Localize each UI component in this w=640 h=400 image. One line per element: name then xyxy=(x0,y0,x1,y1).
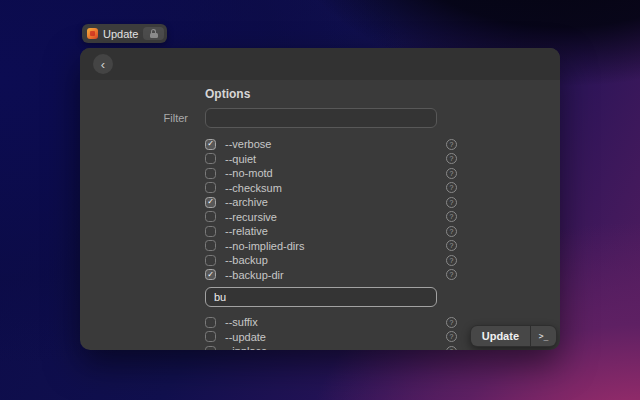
command-form-window: ‹ Options Filter --verbose ? --quiet ? xyxy=(80,48,560,350)
option-row: --quiet ? xyxy=(205,152,457,167)
option-label: --inplace xyxy=(225,345,446,350)
checkbox[interactable] xyxy=(205,255,216,266)
checkbox[interactable] xyxy=(205,139,216,150)
option-row: --verbose ? xyxy=(205,137,457,152)
checkbox[interactable] xyxy=(205,197,216,208)
option-row: --backup-dir ? xyxy=(205,268,457,283)
help-icon[interactable]: ? xyxy=(446,226,457,237)
checkbox[interactable] xyxy=(205,182,216,193)
form-content: Options Filter --verbose ? --quiet ? xyxy=(80,88,560,350)
filter-label: Filter xyxy=(80,112,188,124)
help-icon[interactable]: ? xyxy=(446,269,457,280)
help-icon[interactable]: ? xyxy=(446,153,457,164)
option-row: --inplace ? xyxy=(205,344,457,350)
option-row: --no-implied-dirs ? xyxy=(205,239,457,254)
checkbox[interactable] xyxy=(205,317,216,328)
option-label: --update xyxy=(225,331,446,343)
help-icon[interactable]: ? xyxy=(446,211,457,222)
back-button[interactable]: ‹ xyxy=(93,54,113,74)
checkbox[interactable] xyxy=(205,346,216,350)
option-label: --recursive xyxy=(225,211,446,223)
help-icon[interactable]: ? xyxy=(446,255,457,266)
option-row: --backup ? xyxy=(205,253,457,268)
option-label: --no-motd xyxy=(225,167,446,179)
checkbox[interactable] xyxy=(205,269,216,280)
backup-dir-value-row xyxy=(205,287,560,307)
option-label: --suffix xyxy=(225,316,446,328)
help-icon[interactable]: ? xyxy=(446,346,457,350)
option-label: --verbose xyxy=(225,138,446,150)
option-label: --archive xyxy=(225,196,446,208)
filter-input[interactable] xyxy=(205,108,437,128)
option-row: --no-motd ? xyxy=(205,166,457,181)
option-label: --checksum xyxy=(225,182,446,194)
options-list: --verbose ? --quiet ? --no-motd ? --chec… xyxy=(80,137,560,350)
command-tab[interactable]: Update xyxy=(82,24,167,43)
help-icon[interactable]: ? xyxy=(446,197,457,208)
terminal-icon[interactable]: >_ xyxy=(530,326,556,346)
script-app-icon xyxy=(87,28,98,39)
option-row: --recursive ? xyxy=(205,210,457,225)
option-label: --backup xyxy=(225,254,446,266)
option-row: --suffix ? xyxy=(205,315,457,330)
checkbox[interactable] xyxy=(205,153,216,164)
filter-row: Filter xyxy=(80,108,560,128)
option-row: --update ? xyxy=(205,330,457,345)
command-tab-label: Update xyxy=(103,28,138,40)
backup-dir-value-input[interactable] xyxy=(205,287,437,307)
help-icon[interactable]: ? xyxy=(446,168,457,179)
lock-chip xyxy=(143,27,164,40)
option-row: --archive ? xyxy=(205,195,457,210)
help-icon[interactable]: ? xyxy=(446,240,457,251)
lock-icon xyxy=(150,29,158,38)
option-label: --relative xyxy=(225,225,446,237)
submit-button-group: Update >_ xyxy=(470,325,557,347)
update-submit-button[interactable]: Update xyxy=(471,326,530,346)
option-label: --backup-dir xyxy=(225,269,446,281)
option-row: --relative ? xyxy=(205,224,457,239)
checkbox[interactable] xyxy=(205,226,216,237)
window-header: ‹ xyxy=(80,48,560,80)
option-label: --no-implied-dirs xyxy=(225,240,446,252)
help-icon[interactable]: ? xyxy=(446,182,457,193)
checkbox[interactable] xyxy=(205,331,216,342)
help-icon[interactable]: ? xyxy=(446,331,457,342)
checkbox[interactable] xyxy=(205,211,216,222)
help-icon[interactable]: ? xyxy=(446,317,457,328)
checkbox[interactable] xyxy=(205,240,216,251)
desktop-background: Update ‹ Options Filter --verbose ? xyxy=(0,0,640,400)
option-row: --checksum ? xyxy=(205,181,457,196)
option-label: --quiet xyxy=(225,153,446,165)
checkbox[interactable] xyxy=(205,168,216,179)
help-icon[interactable]: ? xyxy=(446,139,457,150)
section-title: Options xyxy=(205,88,560,101)
